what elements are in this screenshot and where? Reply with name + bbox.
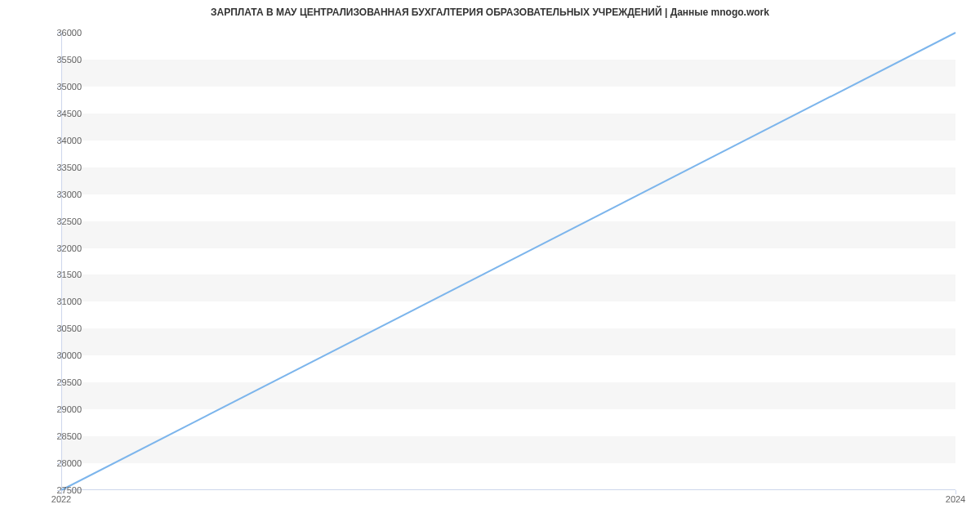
y-tick-label: 34000 [41,136,82,145]
y-tick-label: 32500 [41,216,82,226]
y-tick-label: 33000 [41,190,82,199]
y-tick-label: 28500 [41,431,82,441]
y-tick-mark [57,463,61,464]
y-tick-mark [57,167,61,168]
x-tick-mark [956,490,956,494]
y-tick-mark [57,114,61,114]
y-tick-mark [57,194,61,195]
y-tick-mark [57,248,61,249]
y-tick-label: 35500 [41,55,82,65]
y-tick-mark [57,355,61,356]
line-chart-svg [61,33,956,490]
y-tick-mark [57,141,61,141]
y-tick-label: 35000 [41,82,82,91]
y-tick-mark [57,409,61,410]
y-tick-mark [57,274,61,275]
y-tick-mark [57,87,61,87]
y-tick-label: 36000 [41,28,82,38]
y-tick-mark [57,33,61,33]
x-tick-label: 2022 [51,494,71,504]
y-tick-mark [57,221,61,222]
y-tick-label: 30000 [41,350,82,360]
y-tick-label: 30500 [41,324,82,333]
y-tick-label: 28000 [41,458,82,468]
y-tick-mark [57,382,61,383]
y-tick-mark [57,60,61,60]
y-tick-label: 33500 [41,163,82,172]
y-tick-mark [57,301,61,302]
y-tick-label: 31000 [41,297,82,306]
y-tick-label: 32000 [41,243,82,253]
y-tick-label: 29000 [41,404,82,414]
y-tick-label: 31500 [41,270,82,279]
y-tick-label: 34500 [41,109,82,118]
y-tick-mark [57,328,61,329]
plot-area [61,33,956,490]
chart-title: ЗАРПЛАТА В МАУ ЦЕНТРАЛИЗОВАННАЯ БУХГАЛТЕ… [0,0,980,18]
y-tick-mark [57,436,61,437]
y-tick-label: 29500 [41,377,82,387]
salary-line [61,33,956,490]
x-tick-mark [61,490,62,494]
x-tick-label: 2024 [946,494,965,504]
